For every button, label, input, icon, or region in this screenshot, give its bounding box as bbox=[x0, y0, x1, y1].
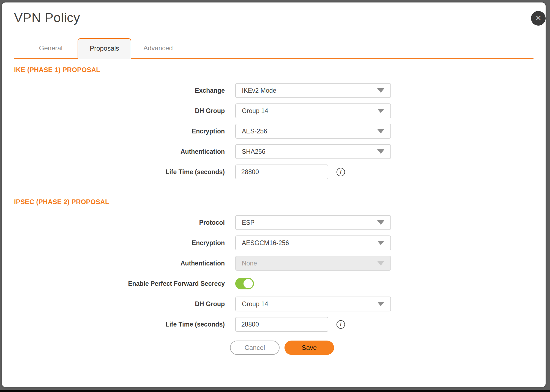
tab-proposals[interactable]: Proposals bbox=[78, 38, 131, 58]
chevron-down-icon bbox=[377, 302, 384, 306]
exchange-dropdown[interactable]: IKEv2 Mode bbox=[235, 83, 391, 98]
cancel-button[interactable]: Cancel bbox=[230, 341, 280, 355]
window-bottom-edge bbox=[0, 390, 550, 392]
lifetime-p2-label: Life Time (seconds) bbox=[14, 321, 225, 328]
page-title: VPN Policy bbox=[14, 10, 533, 25]
save-button[interactable]: Save bbox=[284, 341, 334, 355]
authentication-p2-dropdown-disabled: None bbox=[235, 256, 391, 271]
authentication-label: Authentication bbox=[14, 148, 225, 155]
encryption-p2-label: Encryption bbox=[14, 239, 225, 247]
lifetime-label: Life Time (seconds) bbox=[14, 168, 225, 176]
tab-general[interactable]: General bbox=[24, 38, 78, 58]
form-row-exchange: Exchange IKEv2 Mode bbox=[14, 83, 533, 98]
form-row-authentication-p2: Authentication None bbox=[14, 256, 533, 271]
info-icon[interactable]: i bbox=[336, 320, 345, 329]
dh-group-dropdown[interactable]: Group 14 bbox=[235, 103, 391, 118]
form-row-encryption: Encryption AES-256 bbox=[14, 124, 533, 139]
phase2-rows: Protocol ESP Encryption AESGCM16-256 Aut… bbox=[14, 215, 533, 332]
authentication-dropdown[interactable]: SHA256 bbox=[235, 144, 391, 159]
protocol-dropdown[interactable]: ESP bbox=[235, 215, 391, 230]
phase1-rows: Exchange IKEv2 Mode DH Group Group 14 En… bbox=[14, 83, 533, 179]
chevron-down-icon bbox=[377, 241, 384, 245]
form-row-lifetime: Life Time (seconds) i bbox=[14, 165, 533, 179]
dh-group-p2-dropdown[interactable]: Group 14 bbox=[235, 297, 391, 311]
tab-bar: General Proposals Advanced bbox=[14, 38, 533, 59]
encryption-label: Encryption bbox=[14, 128, 225, 135]
dh-group-p2-label: DH Group bbox=[14, 300, 225, 308]
section-heading-ike-phase1: IKE (PHASE 1) PROPOSAL bbox=[14, 66, 533, 74]
dh-group-p2-selected-value: Group 14 bbox=[242, 300, 268, 308]
form-row-dh-group-p2: DH Group Group 14 bbox=[14, 297, 533, 311]
lifetime-p2-input[interactable] bbox=[235, 317, 328, 332]
chevron-down-icon bbox=[377, 109, 384, 113]
encryption-p2-dropdown[interactable]: AESGCM16-256 bbox=[235, 235, 391, 250]
section-divider bbox=[14, 190, 533, 190]
protocol-label: Protocol bbox=[14, 219, 225, 226]
tab-advanced[interactable]: Advanced bbox=[131, 38, 185, 58]
chevron-down-icon bbox=[377, 88, 384, 93]
form-row-lifetime-p2: Life Time (seconds) i bbox=[14, 317, 533, 332]
pfs-toggle[interactable] bbox=[235, 278, 254, 289]
info-icon[interactable]: i bbox=[336, 168, 345, 176]
chevron-down-icon bbox=[377, 129, 384, 133]
encryption-selected-value: AES-256 bbox=[242, 128, 267, 135]
form-row-protocol: Protocol ESP bbox=[14, 215, 533, 230]
exchange-label: Exchange bbox=[14, 87, 225, 94]
lifetime-input[interactable] bbox=[235, 165, 328, 179]
dialog-footer: Cancel Save bbox=[22, 341, 542, 355]
authentication-p2-label: Authentication bbox=[14, 260, 225, 267]
toggle-knob bbox=[243, 279, 253, 288]
chevron-down-icon bbox=[377, 149, 384, 154]
pfs-label: Enable Perfect Forward Secrecy bbox=[14, 280, 225, 287]
form-row-authentication: Authentication SHA256 bbox=[14, 144, 533, 159]
chevron-down-icon bbox=[377, 220, 384, 225]
form-row-pfs: Enable Perfect Forward Secrecy bbox=[14, 276, 533, 291]
vpn-policy-dialog: VPN Policy General Proposals Advanced IK… bbox=[2, 2, 546, 387]
form-row-dh-group: DH Group Group 14 bbox=[14, 103, 533, 118]
encryption-dropdown[interactable]: AES-256 bbox=[235, 124, 391, 139]
protocol-selected-value: ESP bbox=[242, 219, 255, 226]
close-icon: ✕ bbox=[535, 15, 541, 22]
encryption-p2-selected-value: AESGCM16-256 bbox=[242, 239, 289, 247]
dh-group-label: DH Group bbox=[14, 107, 225, 115]
authentication-selected-value: SHA256 bbox=[242, 148, 266, 155]
authentication-p2-selected-value: None bbox=[242, 260, 257, 267]
dh-group-selected-value: Group 14 bbox=[242, 107, 268, 115]
form-row-encryption-p2: Encryption AESGCM16-256 bbox=[14, 235, 533, 250]
exchange-selected-value: IKEv2 Mode bbox=[242, 87, 276, 94]
chevron-down-icon bbox=[377, 261, 384, 265]
close-button[interactable]: ✕ bbox=[531, 11, 546, 26]
section-heading-ipsec-phase2: IPSEC (PHASE 2) PROPOSAL bbox=[14, 198, 533, 206]
